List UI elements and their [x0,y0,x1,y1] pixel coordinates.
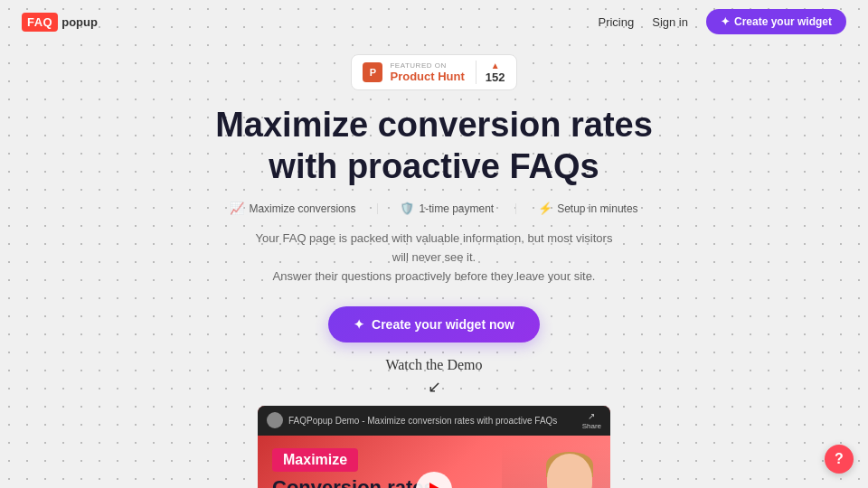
feature-setup: ⚡ Setup in minutes [538,202,637,215]
hero-desc-line2: Answer their questions proactively befor… [273,269,596,283]
product-hunt-badge[interactable]: P FEATURED ON Product Hunt ▲ 152 [351,54,516,90]
hero-section: Maximize conversion rates with proactive… [0,105,868,343]
video-header: FAQPopup Demo - Maximize conversion rate… [258,406,610,436]
cta-icon: ✦ [354,317,364,332]
ph-name: Product Hunt [390,70,464,83]
hero-desc-line1: Your FAQ page is packed with valuable in… [256,231,613,264]
video-share[interactable]: ↗ Share [582,411,601,430]
maximize-tag: Maximize [272,448,358,472]
share-icon: ↗ [588,411,595,421]
signin-link[interactable]: Sign in [652,15,688,29]
share-label: Share [582,422,601,430]
create-btn-label: Create your widget [734,15,832,28]
divider-2 [515,203,516,214]
create-widget-button[interactable]: ✦ Create your widget [706,9,846,34]
create-btn-icon: ✦ [721,15,730,28]
ph-logo: P [363,62,382,82]
features-row: 📈 Maximize conversions 🛡️ 1-time payment… [36,202,832,215]
ph-text-group: FEATURED ON Product Hunt [390,61,464,83]
hero-description: Your FAQ page is packed with valuable in… [253,230,615,286]
video-body: Maximize Conversion rates with FAQ [258,436,610,488]
ph-arrow-icon: ▲ [491,61,500,70]
logo-faq: FAQ [22,13,58,32]
logo-popup: popup [61,15,98,29]
pricing-link[interactable]: Pricing [598,15,634,29]
hero-title: Maximize conversion rates with proactive… [36,105,832,187]
watch-demo-label: Watch the Demo [385,357,482,372]
logo[interactable]: FAQ popup [22,13,98,32]
watch-demo-section: Watch the Demo ↙ [0,357,868,397]
payment-icon: 🛡️ [400,202,414,215]
demo-arrow-icon: ↙ [0,377,868,397]
ph-count: ▲ 152 [476,61,505,84]
feature-setup-label: Setup in minutes [557,202,637,215]
hero-title-line2: with proactive FAQs [269,147,599,185]
cta-button[interactable]: ✦ Create your widget now [328,306,540,343]
setup-icon: ⚡ [538,202,552,215]
video-title: FAQPopup Demo - Maximize conversion rate… [288,416,557,426]
video-overlay: Maximize Conversion rates with FAQ [272,448,435,488]
feature-conversions: 📈 Maximize conversions [230,202,355,215]
play-icon [429,483,442,488]
nav-links: Pricing Sign in ✦ Create your widget [598,9,846,34]
ph-number: 152 [486,70,505,84]
navbar: FAQ popup Pricing Sign in ✦ Create your … [0,0,868,43]
feature-payment: 🛡️ 1-time payment [400,202,494,215]
cta-label: Create your widget now [372,317,514,332]
help-icon: ? [835,451,844,467]
feature-conversions-label: Maximize conversions [249,202,355,215]
conversion-text: Conversion rates [272,477,435,488]
video-avatar [267,412,283,428]
video-container[interactable]: FAQPopup Demo - Maximize conversion rate… [258,406,610,488]
ph-featured-label: FEATURED ON [390,61,464,70]
video-person [502,445,610,488]
feature-payment-label: 1-time payment [419,202,494,215]
conversions-icon: 📈 [230,202,244,215]
help-button[interactable]: ? [825,445,854,474]
video-header-left: FAQPopup Demo - Maximize conversion rate… [267,412,557,428]
hero-title-line1: Maximize conversion rates [215,106,653,144]
divider-1 [377,203,378,214]
